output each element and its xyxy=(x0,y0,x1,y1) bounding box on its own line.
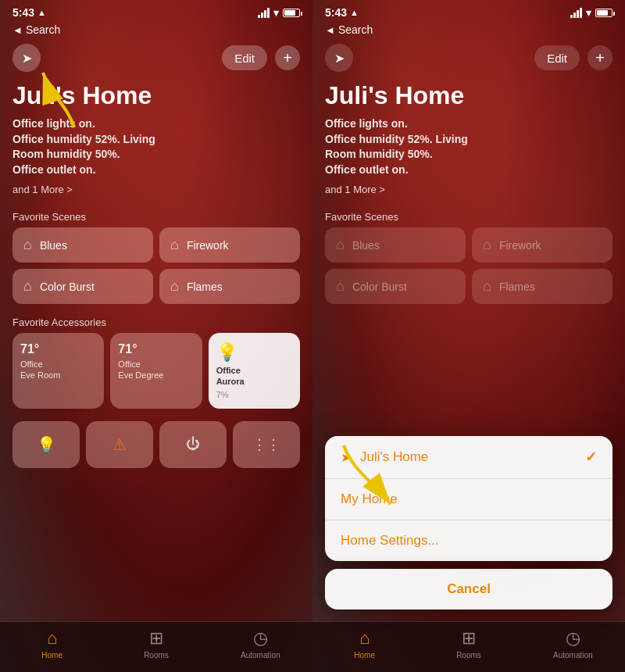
location-button-right[interactable]: ➤ xyxy=(325,44,353,72)
add-button-right[interactable]: + xyxy=(588,45,612,70)
left-phone-panel: 5:43 ▲ ▾ ◄ Search ➤ Edit xyxy=(0,0,312,672)
edit-button-left[interactable]: Edit xyxy=(222,45,267,70)
edit-button-right[interactable]: Edit xyxy=(534,45,580,70)
and-more-left[interactable]: and 1 More > xyxy=(0,182,312,205)
dropdown-item-home-settings[interactable]: Home Settings... xyxy=(325,520,612,561)
scene-icon-firework-left: ⌂ xyxy=(170,237,179,253)
search-label-right: Search xyxy=(338,23,373,36)
acc-small-3[interactable]: ⏻ xyxy=(159,421,227,468)
scenes-section-label-right: Favorite Scenes xyxy=(312,205,625,227)
scene-firework-left[interactable]: ⌂ Firework xyxy=(159,227,300,263)
subtitle-line1-right: Office lights on. xyxy=(325,116,612,132)
dropdown-item-julis-home[interactable]: ➤ Juli's Home ✓ xyxy=(325,436,612,479)
tab-rooms-right[interactable]: ⊞ Rooms xyxy=(416,628,520,659)
dropdown-item-julis-home-left: ➤ Juli's Home xyxy=(341,449,428,465)
dropdown-menu[interactable]: ➤ Juli's Home ✓ My Home Home Settings... xyxy=(325,436,612,561)
subtitle-line4-right: Office outlet on. xyxy=(325,163,612,178)
home-title-right: Juli's Home xyxy=(312,78,625,112)
wifi-icon-left: ▾ xyxy=(273,7,279,19)
top-controls-right: ➤ Edit + xyxy=(312,38,625,78)
subtitle-line3-right: Room humidity 50%. xyxy=(325,147,612,163)
acc-small-4[interactable]: ⋮⋮ xyxy=(233,421,300,468)
status-bar-left: 5:43 ▲ ▾ xyxy=(0,0,312,22)
scene-icon-blues-left: ⌂ xyxy=(23,237,32,253)
scene-icon-colorburst-left: ⌂ xyxy=(23,278,32,295)
accessory-eve-degree[interactable]: 71° OfficeEve Degree xyxy=(110,333,202,408)
top-right-right: Edit + xyxy=(534,45,612,70)
right-phone-panel: 5:43 ▲ ▾ ◄ Search ➤ Edit xyxy=(312,0,625,672)
home-title-left: Juli's Home xyxy=(0,78,312,112)
scene-firework-right[interactable]: ⌂ Firework xyxy=(472,227,612,263)
subtitle-line2-right: Office humidity 52%. Living xyxy=(325,132,612,148)
scene-flames-right[interactable]: ⌂ Flames xyxy=(472,269,612,304)
subtitle-line1-left: Office lights on. xyxy=(12,116,300,132)
and-more-right[interactable]: and 1 More > xyxy=(312,182,625,205)
acc-small-1[interactable]: 💡 xyxy=(12,421,80,468)
search-bar-right[interactable]: ◄ Search xyxy=(312,22,625,38)
scene-grid-left: ⌂ Blues ⌂ Firework ⌂ Color Burst ⌂ Flame… xyxy=(0,227,312,310)
add-button-left[interactable]: + xyxy=(275,45,300,70)
checkmark-icon: ✓ xyxy=(585,449,597,466)
location-icon-right-top: ▲ xyxy=(350,8,359,17)
home-picker-dropdown[interactable]: ➤ Juli's Home ✓ My Home Home Settings... xyxy=(325,436,612,609)
home-subtitle-right: Office lights on. Office humidity 52%. L… xyxy=(312,112,625,182)
tab-automation-left[interactable]: ◷ Automation xyxy=(209,628,312,659)
scene-colorburst-right[interactable]: ⌂ Color Burst xyxy=(325,269,466,304)
tab-home-icon-right: ⌂ xyxy=(359,628,370,649)
scene-icon-firework-right: ⌂ xyxy=(483,237,491,253)
scene-flames-left[interactable]: ⌂ Flames xyxy=(159,269,300,304)
search-label-left: Search xyxy=(26,23,60,36)
scene-name-colorburst-right: Color Burst xyxy=(352,281,407,293)
accessory-aurora[interactable]: 💡 OfficeAurora 7% xyxy=(209,333,300,408)
scene-name-blues-right: Blues xyxy=(352,239,380,252)
grid-icon-small: ⋮⋮ xyxy=(252,436,280,453)
bulb-icon-aurora: 💡 xyxy=(216,342,292,363)
scene-grid-right: ⌂ Blues ⌂ Firework ⌂ Color Burst ⌂ Flame… xyxy=(312,227,625,310)
subtitle-line3-left: Room humidity 50%. xyxy=(12,147,300,163)
tab-automation-icon-left: ◷ xyxy=(253,628,268,649)
cancel-button[interactable]: Cancel xyxy=(325,569,612,609)
scene-name-firework-left: Firework xyxy=(187,239,229,252)
top-controls-left: ➤ Edit + xyxy=(0,38,312,78)
tab-home-left[interactable]: ⌂ Home xyxy=(0,628,104,659)
scenes-section-label-left: Favorite Scenes xyxy=(0,205,312,227)
scene-icon-blues-right: ⌂ xyxy=(336,237,345,253)
accessories-grid-left: 71° OfficeEve Room 71° OfficeEve Degree … xyxy=(0,333,312,414)
top-right-left: Edit + xyxy=(222,45,300,70)
location-button-left[interactable]: ➤ xyxy=(12,44,41,72)
scene-blues-right[interactable]: ⌂ Blues xyxy=(325,227,466,263)
scene-name-firework-right: Firework xyxy=(499,239,541,252)
battery-right xyxy=(595,9,612,17)
dropdown-label-my-home: My Home xyxy=(341,491,398,507)
scene-name-flames-right: Flames xyxy=(499,281,535,293)
accessories-section-label-left: Favorite Accessories xyxy=(0,310,312,333)
search-bar-left[interactable]: ◄ Search xyxy=(0,22,312,38)
search-back-left: ◄ xyxy=(12,24,23,36)
tab-automation-icon-right: ◷ xyxy=(566,628,580,649)
outlet-icon-small: ⏻ xyxy=(186,436,200,452)
dropdown-item-home-settings-left: Home Settings... xyxy=(341,533,439,549)
scene-colorburst-left[interactable]: ⌂ Color Burst xyxy=(12,269,153,304)
accessories-row2-left: 💡 ⚠ ⏻ ⋮⋮ xyxy=(0,421,312,468)
accessory-eve-room[interactable]: 71° OfficeEve Room xyxy=(12,333,104,408)
status-left-right: 5:43 ▲ xyxy=(325,6,359,19)
acc-small-2[interactable]: ⚠ xyxy=(86,421,153,468)
tab-bar-right: ⌂ Home ⊞ Rooms ◷ Automation xyxy=(312,621,625,672)
time-left: 5:43 xyxy=(12,6,34,19)
tab-rooms-left[interactable]: ⊞ Rooms xyxy=(104,628,208,659)
subtitle-line2-left: Office humidity 52%. Living xyxy=(12,132,300,148)
dropdown-label-home-settings: Home Settings... xyxy=(341,533,439,549)
location-icon-btn-right: ➤ xyxy=(334,51,345,66)
tab-rooms-icon-left: ⊞ xyxy=(149,628,163,649)
dropdown-item-my-home-left: My Home xyxy=(341,491,398,507)
scene-icon-colorburst-right: ⌂ xyxy=(336,278,345,295)
tab-bar-left: ⌂ Home ⊞ Rooms ◷ Automation xyxy=(0,621,312,672)
tab-home-right[interactable]: ⌂ Home xyxy=(312,628,416,659)
dropdown-item-my-home[interactable]: My Home xyxy=(325,479,612,520)
subtitle-line4-left: Office outlet on. xyxy=(12,163,300,178)
tab-automation-right[interactable]: ◷ Automation xyxy=(521,628,625,659)
scene-icon-flames-right: ⌂ xyxy=(483,278,491,295)
scene-blues-left[interactable]: ⌂ Blues xyxy=(12,227,153,263)
tab-home-icon-left: ⌂ xyxy=(47,628,57,649)
location-icon-btn-left: ➤ xyxy=(22,51,32,66)
